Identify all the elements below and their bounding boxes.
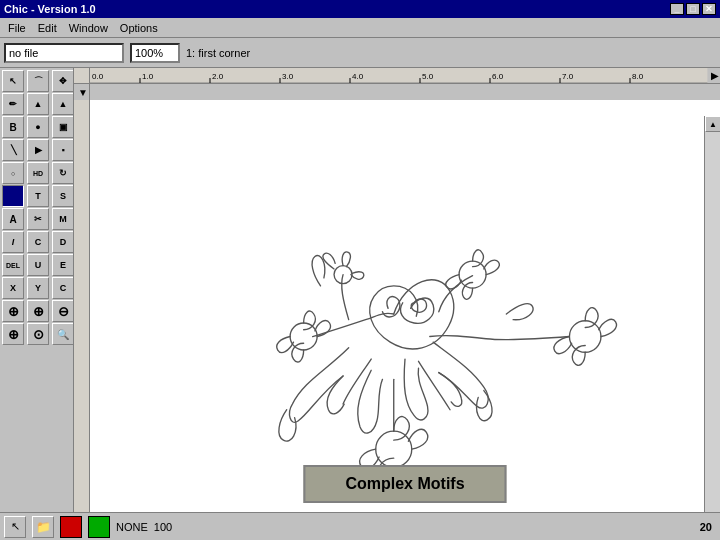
- tool-curve-c[interactable]: C: [52, 277, 74, 299]
- tool-rotate[interactable]: ↻: [52, 162, 74, 184]
- tool-m-shape[interactable]: M: [52, 208, 74, 230]
- app-title: Chic - Version 1.0: [4, 3, 96, 15]
- tool-arrow[interactable]: ▶: [27, 139, 49, 161]
- tool-select-arrow[interactable]: ↖: [2, 70, 24, 92]
- tool-s-curve[interactable]: S: [52, 185, 74, 207]
- tool-move[interactable]: ✥: [52, 70, 74, 92]
- tool-zoom2[interactable]: ⊕: [27, 300, 49, 322]
- svg-text:7.0: 7.0: [562, 72, 574, 81]
- tool-u-shape[interactable]: U: [27, 254, 49, 276]
- svg-text:▶: ▶: [711, 70, 719, 81]
- tool-zoom3[interactable]: ⊖: [52, 300, 74, 322]
- main-area: ↖ ⌒ ✥ ✏ ▲ ▲ B ● ▣ ╲ ▶ ▪ ○ HD ↻ T S A ✂: [0, 68, 720, 512]
- tool-pen[interactable]: ✏: [2, 93, 24, 115]
- tool-zoom4[interactable]: ⊕: [2, 323, 24, 345]
- svg-text:3.0: 3.0: [282, 72, 294, 81]
- tool-hd[interactable]: HD: [27, 162, 49, 184]
- zoom-input[interactable]: [130, 43, 180, 63]
- tool-x-axis[interactable]: X: [2, 277, 24, 299]
- svg-text:2.0: 2.0: [212, 72, 224, 81]
- motif-label: Complex Motifs: [303, 465, 506, 503]
- ruler-corner: [74, 68, 90, 84]
- maximize-button[interactable]: □: [686, 3, 700, 15]
- tool-pencil[interactable]: B: [2, 116, 24, 138]
- ruler-ticks-v: ▼: [74, 84, 90, 512]
- svg-rect-0: [90, 68, 720, 84]
- minimize-button[interactable]: _: [670, 3, 684, 15]
- svg-point-28: [376, 431, 412, 467]
- title-bar-controls: _ □ ✕: [670, 3, 716, 15]
- toolbar: 1: first corner: [0, 38, 720, 68]
- svg-point-24: [459, 261, 486, 288]
- tool-brush[interactable]: ▲: [27, 93, 49, 115]
- content-area: 0.0 1.0 2.0 3.0 4.0 5.0 6.0 7.0: [74, 68, 720, 512]
- ruler-horizontal: 0.0 1.0 2.0 3.0 4.0 5.0 6.0 7.0: [90, 68, 720, 84]
- tool-del[interactable]: DEL: [2, 254, 24, 276]
- svg-text:1.0: 1.0: [142, 72, 154, 81]
- tool-fill-tri[interactable]: ▲: [52, 93, 74, 115]
- tool-rect2[interactable]: ▪: [52, 139, 74, 161]
- svg-rect-21: [74, 84, 90, 512]
- tool-zoomfit[interactable]: 🔍: [52, 323, 74, 345]
- tool-italic-I[interactable]: I: [2, 231, 24, 253]
- menu-file[interactable]: File: [2, 20, 32, 36]
- vertical-scrollbar[interactable]: ▲ ▼: [704, 116, 720, 512]
- tool-zoom1[interactable]: ⊕: [2, 300, 24, 322]
- scroll-up-button[interactable]: ▲: [705, 116, 720, 132]
- scroll-track-v[interactable]: [705, 132, 720, 512]
- menu-options[interactable]: Options: [114, 20, 164, 36]
- svg-text:▼: ▼: [78, 87, 88, 98]
- status-page-number: 20: [700, 521, 712, 533]
- svg-text:0.0: 0.0: [92, 72, 104, 81]
- tool-scissors[interactable]: ✂: [27, 208, 49, 230]
- status-bar: ↖ 📁 NONE 100 20: [0, 512, 720, 540]
- tool-text-A[interactable]: A: [2, 208, 24, 230]
- svg-text:8.0: 8.0: [632, 72, 644, 81]
- ruler-vertical: ▼: [74, 84, 90, 512]
- tool-line-s[interactable]: ╲: [2, 139, 24, 161]
- tool-color-fg[interactable]: [2, 185, 24, 207]
- design-svg: [90, 100, 720, 512]
- close-button[interactable]: ✕: [702, 3, 716, 15]
- status-arrow-icon[interactable]: ↖: [4, 516, 26, 538]
- tool-lasso[interactable]: ⌒: [27, 70, 49, 92]
- tool-eraser[interactable]: ●: [27, 116, 49, 138]
- menu-edit[interactable]: Edit: [32, 20, 63, 36]
- toolbox: ↖ ⌒ ✥ ✏ ▲ ▲ B ● ▣ ╲ ▶ ▪ ○ HD ↻ T S A ✂: [0, 68, 74, 512]
- status-none-label: NONE: [116, 521, 148, 533]
- svg-text:4.0: 4.0: [352, 72, 364, 81]
- color-swatch-green[interactable]: [88, 516, 110, 538]
- drawing-area[interactable]: Complex Motifs ▲ ▼ ◀ ▶: [90, 100, 720, 512]
- title-bar: Chic - Version 1.0 _ □ ✕: [0, 0, 720, 18]
- tool-grid: ↖ ⌒ ✥ ✏ ▲ ▲ B ● ▣ ╲ ▶ ▪ ○ HD ↻ T S A ✂: [0, 68, 73, 347]
- tool-circle-c[interactable]: C: [27, 231, 49, 253]
- tool-rect-d[interactable]: D: [52, 231, 74, 253]
- tool-e-shape[interactable]: E: [52, 254, 74, 276]
- tool-fill2[interactable]: ▣: [52, 116, 74, 138]
- tool-circle[interactable]: ○: [2, 162, 24, 184]
- tool-text-T[interactable]: T: [27, 185, 49, 207]
- menu-bar: File Edit Window Options: [0, 18, 720, 38]
- color-swatch-red[interactable]: [60, 516, 82, 538]
- tool-y-axis[interactable]: Y: [27, 277, 49, 299]
- status-folder-icon[interactable]: 📁: [32, 516, 54, 538]
- svg-point-26: [569, 321, 601, 353]
- ruler-ticks-h: 0.0 1.0 2.0 3.0 4.0 5.0 6.0 7.0: [90, 68, 720, 84]
- menu-window[interactable]: Window: [63, 20, 114, 36]
- svg-text:6.0: 6.0: [492, 72, 504, 81]
- status-number: 100: [154, 521, 172, 533]
- filename-input[interactable]: [4, 43, 124, 63]
- svg-text:5.0: 5.0: [422, 72, 434, 81]
- tool-hand[interactable]: ⊙: [27, 323, 49, 345]
- status-text: 1: first corner: [186, 47, 250, 59]
